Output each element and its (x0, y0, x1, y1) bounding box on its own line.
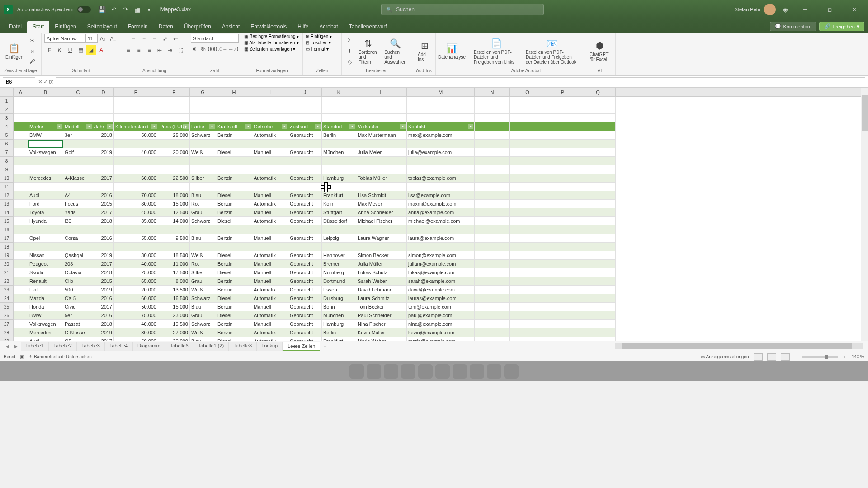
cell[interactable] (356, 165, 407, 174)
col-header-K[interactable]: K (322, 88, 356, 96)
cell[interactable] (407, 243, 475, 251)
cell[interactable] (580, 131, 616, 140)
row-header[interactable]: 13 (0, 200, 13, 208)
cell[interactable]: 15.000 (158, 200, 190, 208)
cell[interactable] (545, 131, 580, 140)
orientation-icon[interactable]: ⤢ (160, 34, 170, 44)
cell[interactable] (63, 225, 93, 234)
addins-button[interactable]: ⊞Add-Ins (415, 39, 434, 63)
cell[interactable]: Automatik (252, 174, 288, 183)
cell[interactable]: Duisburg (322, 294, 356, 303)
comments-button[interactable]: 💬 Kommentare (770, 22, 816, 31)
cell[interactable]: Gebraucht (288, 337, 322, 341)
cell[interactable]: 25.000 (114, 268, 158, 277)
cell[interactable] (356, 243, 407, 251)
cell[interactable] (63, 165, 93, 174)
cell[interactable] (510, 243, 545, 251)
cell[interactable] (475, 217, 510, 225)
font-name-combo[interactable]: Aptos Narrow (44, 34, 85, 43)
cell[interactable] (288, 97, 322, 105)
col-header-P[interactable]: P (545, 88, 580, 96)
cell[interactable] (14, 174, 28, 183)
cell[interactable] (288, 225, 322, 234)
italic-icon[interactable]: K (55, 45, 65, 55)
cell[interactable] (288, 243, 322, 251)
cell[interactable]: Volkswagen (28, 148, 63, 157)
cell[interactable]: Automatik (252, 200, 288, 208)
cell[interactable] (190, 157, 216, 165)
cell[interactable]: Anna Schneider (356, 208, 407, 217)
cell[interactable]: Grau (190, 277, 216, 286)
cell[interactable]: Köln (322, 200, 356, 208)
cell[interactable]: lukas@example.com (407, 268, 475, 277)
cell[interactable]: 2016 (93, 294, 114, 303)
cell[interactable] (580, 303, 616, 311)
cell[interactable] (545, 337, 580, 341)
cell[interactable] (158, 114, 190, 122)
cell[interactable]: nina@example.com (407, 320, 475, 328)
cell[interactable]: Marke▾ (28, 122, 63, 131)
cell[interactable] (63, 183, 93, 191)
cell[interactable] (545, 277, 580, 286)
cell[interactable]: David Lehmann (356, 286, 407, 294)
cell[interactable] (14, 328, 28, 337)
sheet-tab[interactable]: Tabelle8 (229, 342, 257, 351)
cell[interactable] (14, 234, 28, 243)
cell[interactable] (356, 183, 407, 191)
cell[interactable] (356, 140, 407, 148)
cell[interactable] (510, 277, 545, 286)
cell[interactable] (510, 320, 545, 328)
quickprint-icon[interactable]: ▦ (133, 5, 142, 14)
cell[interactable] (510, 114, 545, 122)
filter-dropdown-icon[interactable]: ▾ (245, 124, 251, 129)
pdf-link-button[interactable]: 📄Erstellen von PDF-Dateien und Freigeben… (471, 37, 522, 66)
cell[interactable] (14, 157, 28, 165)
cell[interactable] (545, 217, 580, 225)
cell[interactable] (14, 208, 28, 217)
cell[interactable] (545, 140, 580, 148)
cell[interactable]: Diesel (216, 294, 252, 303)
cell[interactable]: Hamburg (322, 174, 356, 183)
shrink-font-icon[interactable]: A↓ (108, 34, 118, 44)
cell[interactable] (93, 183, 114, 191)
cell[interactable]: Silber (190, 174, 216, 183)
cell[interactable]: Gebraucht (288, 174, 322, 183)
formatpainter-icon[interactable]: 🖌 (27, 56, 37, 66)
row-header[interactable]: 9 (0, 165, 13, 174)
cell[interactable]: 55.000 (114, 234, 158, 243)
cell[interactable] (510, 122, 545, 131)
cell[interactable] (545, 225, 580, 234)
cell[interactable] (407, 140, 475, 148)
cell[interactable]: paul@example.com (407, 311, 475, 320)
cell[interactable]: Maria Weber (356, 337, 407, 341)
cell[interactable]: Frankfurt (322, 191, 356, 200)
sheet-nav-next[interactable]: ▶ (12, 344, 21, 349)
cell[interactable]: david@example.com (407, 286, 475, 294)
cell[interactable] (545, 294, 580, 303)
cell[interactable]: Mazda (28, 294, 63, 303)
row-header[interactable]: 6 (0, 140, 13, 148)
cell[interactable] (475, 157, 510, 165)
cell[interactable]: Octavia (63, 268, 93, 277)
indent-inc-icon[interactable]: ⇥ (165, 45, 175, 55)
row-header[interactable]: 11 (0, 183, 13, 191)
cell[interactable]: Julia Meier (356, 148, 407, 157)
row-header[interactable]: 26 (0, 311, 13, 320)
accessibility-label[interactable]: ⚠ Barrierefreiheit: Untersuchen (28, 354, 92, 359)
col-header-M[interactable]: M (407, 88, 475, 96)
font-color-icon[interactable]: A (96, 45, 106, 55)
row-header[interactable]: 15 (0, 217, 13, 225)
cell[interactable]: 2015 (93, 200, 114, 208)
cell[interactable]: Gebraucht (288, 148, 322, 157)
col-header-J[interactable]: J (288, 88, 322, 96)
cell[interactable]: CX-5 (63, 294, 93, 303)
cell[interactable]: Gebraucht (288, 260, 322, 268)
cell[interactable]: Gebraucht (288, 303, 322, 311)
cell[interactable]: 8.000 (158, 277, 190, 286)
cell[interactable] (475, 131, 510, 140)
insert-cells-button[interactable]: ⊞ Einfügen ▾ (306, 34, 332, 39)
chatgpt-button[interactable]: ⬢ChatGPT für Excel (587, 39, 613, 63)
cell[interactable] (93, 114, 114, 122)
cell[interactable]: Standort▾ (322, 122, 356, 131)
cell[interactable] (14, 191, 28, 200)
